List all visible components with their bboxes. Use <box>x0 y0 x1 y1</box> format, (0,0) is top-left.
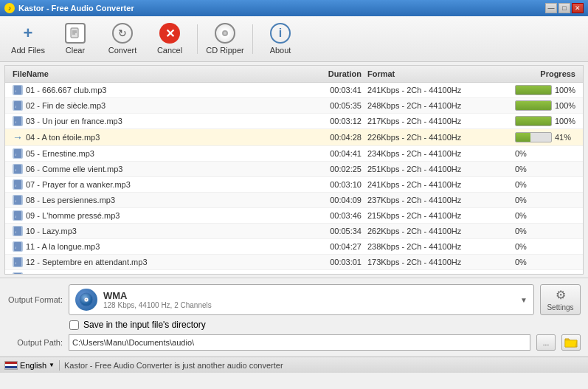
file-name-text: 06 - Comme elle vient.mp3 <box>26 165 122 173</box>
file-format-cell: 248Kbps - 2Ch - 44100Hz <box>364 100 512 111</box>
save-checkbox-row: Save in the input file's directory <box>69 320 581 330</box>
file-progress-cell: 0% <box>512 272 578 274</box>
svg-point-32 <box>86 299 87 300</box>
file-type-icon: ♪ <box>13 179 23 190</box>
app-icon: ♪ <box>4 3 15 13</box>
file-duration-cell: 00:05:35 <box>305 100 364 111</box>
cd-ripper-icon <box>215 23 235 44</box>
table-row[interactable]: ♪09 - L'homme pressé.mp300:03:46215Kbps … <box>5 208 583 224</box>
clear-button[interactable]: Clear <box>53 19 97 59</box>
file-progress-cell: 0% <box>512 148 578 159</box>
col-progress: Progress <box>512 68 578 80</box>
table-row[interactable]: →04 - A ton étoile.mp300:04:28226Kbps - … <box>5 129 583 146</box>
file-type-icon: ♪ <box>13 210 23 221</box>
file-name-text: 07 - Prayer for a wanker.mp3 <box>26 180 131 189</box>
progress-text: 0% <box>515 211 533 220</box>
open-folder-button[interactable] <box>561 334 581 351</box>
file-type-icon: ♪ <box>13 148 23 159</box>
table-row[interactable]: ♪06 - Comme elle vient.mp300:02:25251Kbp… <box>5 162 583 177</box>
file-progress-cell: 100% <box>512 99 578 112</box>
dropdown-arrow-icon: ▼ <box>520 296 528 304</box>
file-name-text: 04 - A ton étoile.mp3 <box>26 133 100 142</box>
save-checkbox[interactable] <box>69 320 79 330</box>
table-row[interactable]: ♪13 - Song for JLP.mp300:02:29194Kbps - … <box>5 270 583 274</box>
svg-rect-26 <box>14 273 21 274</box>
save-checkbox-label[interactable]: Save in the input file's directory <box>83 320 206 330</box>
file-format-cell: 251Kbps - 2Ch - 44100Hz <box>364 163 512 175</box>
file-name-text: 11 - A la longue.mp3 <box>26 242 100 251</box>
progress-text: 0% <box>515 196 533 204</box>
file-name-cell: ♪10 - Lazy.mp3 <box>10 224 305 238</box>
file-progress-cell: 100% <box>512 114 578 128</box>
file-progress-cell: 0% <box>512 225 578 237</box>
convert-label: Convert <box>108 46 137 55</box>
progress-bar <box>516 101 551 110</box>
cd-ripper-button[interactable]: CD Ripper <box>203 19 247 59</box>
output-path-row: Output Path: ... <box>7 334 581 351</box>
close-button[interactable]: ✕ <box>572 3 584 13</box>
table-row[interactable]: ♪12 - Septembre en attendant.mp300:03:01… <box>5 255 583 270</box>
progress-bar-container <box>515 100 552 111</box>
file-duration-cell: 00:03:12 <box>305 115 364 127</box>
file-duration-cell: 00:02:29 <box>305 272 364 274</box>
table-row[interactable]: ♪10 - Lazy.mp300:05:34262Kbps - 2Ch - 44… <box>5 224 583 239</box>
progress-text: 0% <box>515 242 533 251</box>
convert-button[interactable]: ↻ Convert <box>100 19 145 59</box>
progress-bar-container <box>515 85 552 95</box>
add-files-button[interactable]: Add Files <box>6 19 50 59</box>
clear-icon <box>65 23 86 44</box>
file-name-text: 03 - Un jour en france.mp3 <box>26 117 122 125</box>
table-row[interactable]: ♪11 - A la longue.mp300:04:27238Kbps - 2… <box>5 239 583 255</box>
file-name-cell: ♪07 - Prayer for a wanker.mp3 <box>10 178 305 191</box>
file-name-text: 10 - Lazy.mp3 <box>26 227 77 235</box>
file-type-icon: ♪ <box>13 257 23 267</box>
progress-text: 0% <box>515 227 533 235</box>
format-name: WMA <box>103 290 514 301</box>
about-label: About <box>270 46 291 55</box>
file-progress-cell: 41% <box>512 131 578 144</box>
progress-bar-container <box>515 116 552 126</box>
output-format-row: Output Format: <box>7 284 581 315</box>
file-name-cell: ♪09 - L'homme pressé.mp3 <box>10 209 305 222</box>
file-format-cell: 241Kbps - 2Ch - 44100Hz <box>364 179 512 190</box>
file-format-cell: 241Kbps - 2Ch - 44100Hz <box>364 84 512 96</box>
about-icon: i <box>270 23 291 44</box>
status-divider <box>59 360 60 371</box>
language-dropdown-icon: ▼ <box>49 362 55 368</box>
cancel-button[interactable]: ✕ Cancel <box>148 19 192 59</box>
progress-bar <box>516 117 551 125</box>
about-button[interactable]: i About <box>258 19 302 59</box>
file-name-text: 01 - 666.667 club.mp3 <box>26 86 106 94</box>
maximize-button[interactable]: □ <box>558 3 570 13</box>
file-progress-cell: 0% <box>512 179 578 190</box>
settings-button[interactable]: ⚙ Settings <box>540 284 581 315</box>
title-bar: ♪ Kastor - Free Audio Converter — □ ✕ <box>0 0 588 16</box>
table-row[interactable]: ♪02 - Fin de siècle.mp300:05:35248Kbps -… <box>5 98 583 114</box>
file-duration-cell: 00:04:09 <box>305 194 364 206</box>
output-format-label: Output Format: <box>7 295 63 304</box>
format-selector[interactable]: WMA 128 Kbps, 44100 Hz, 2 Channels ▼ <box>69 284 534 315</box>
file-type-icon: ♪ <box>13 85 23 95</box>
file-name-text: 09 - L'homme pressé.mp3 <box>26 211 120 220</box>
table-row[interactable]: ♪03 - Un jour en france.mp300:03:12217Kb… <box>5 114 583 129</box>
progress-text: 100% <box>555 101 575 110</box>
file-list-header: FileName Duration Format Progress <box>5 66 583 83</box>
cancel-icon: ✕ <box>159 23 180 44</box>
progress-text: 0% <box>515 165 533 173</box>
col-format: Format <box>364 68 512 80</box>
table-row[interactable]: ♪01 - 666.667 club.mp300:03:41241Kbps - … <box>5 83 583 98</box>
language-selector[interactable]: English ▼ <box>4 361 55 370</box>
minimize-button[interactable]: — <box>545 3 557 13</box>
table-row[interactable]: ♪07 - Prayer for a wanker.mp300:03:10241… <box>5 177 583 193</box>
file-progress-cell: 0% <box>512 163 578 175</box>
progress-text: 0% <box>515 149 533 158</box>
table-row[interactable]: ♪05 - Ernestine.mp300:04:41234Kbps - 2Ch… <box>5 146 583 162</box>
title-bar-left: ♪ Kastor - Free Audio Converter <box>4 3 134 13</box>
toolbar-separator <box>197 24 198 54</box>
file-format-cell: 217Kbps - 2Ch - 44100Hz <box>364 115 512 127</box>
table-row[interactable]: ♪08 - Les persiennes.mp300:04:09237Kbps … <box>5 193 583 208</box>
file-type-icon: ♪ <box>13 272 23 274</box>
output-path-input[interactable] <box>69 334 530 351</box>
file-name-cell: ♪02 - Fin de siècle.mp3 <box>10 99 305 112</box>
browse-button[interactable]: ... <box>536 334 556 351</box>
